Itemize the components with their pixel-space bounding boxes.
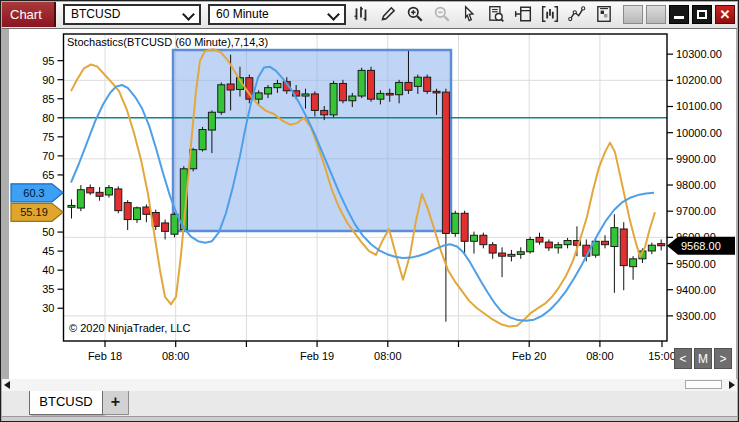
candle-up	[555, 245, 562, 248]
svg-text:85: 85	[42, 93, 54, 105]
stoch-d-marker: 60.3	[11, 184, 63, 202]
candle-up	[396, 82, 403, 94]
svg-text:Feb 19: Feb 19	[300, 350, 334, 362]
svg-text:9500.00: 9500.00	[676, 258, 716, 270]
candle-up	[134, 208, 141, 220]
candle-down	[489, 245, 496, 253]
candle-down	[424, 77, 431, 91]
candle-up	[414, 77, 421, 86]
svg-text:30: 30	[42, 302, 54, 314]
candle-up	[255, 93, 262, 99]
candle-up	[265, 88, 272, 94]
candle-down	[658, 244, 665, 246]
candle-up	[508, 254, 515, 256]
scroll-left-button[interactable]: <	[674, 348, 692, 369]
candle-up	[302, 94, 309, 96]
scroll-right-button[interactable]: >	[714, 348, 732, 369]
candle-down	[143, 207, 150, 214]
copyright-label: © 2020 NinjaTrader, LLC	[69, 322, 190, 334]
candle-down	[536, 237, 543, 242]
candle-up	[630, 259, 637, 267]
candle-up	[358, 70, 365, 96]
svg-text:95: 95	[42, 55, 54, 67]
svg-text:60.3: 60.3	[23, 187, 44, 199]
scrollbar-left-arrow-icon[interactable]	[4, 381, 10, 389]
candle-down	[368, 70, 375, 99]
candle-down	[386, 93, 393, 95]
svg-text:9568.00: 9568.00	[681, 240, 721, 252]
candle-up	[68, 205, 75, 207]
candle-up	[208, 112, 215, 130]
chart-window: 95908580757065504540353010300.0010200.00…	[0, 0, 739, 422]
snap-mode-button[interactable]: M	[694, 348, 712, 369]
svg-text:08:00: 08:00	[374, 350, 402, 362]
candle-down	[115, 189, 122, 211]
svg-text:9800.00: 9800.00	[676, 179, 716, 191]
candle-down	[339, 83, 346, 100]
candle-up	[611, 228, 618, 247]
svg-text:9400.00: 9400.00	[676, 284, 716, 296]
candle-down	[405, 82, 412, 90]
candle-up	[527, 239, 534, 251]
candle-down	[321, 110, 328, 114]
candle-up	[648, 245, 655, 251]
svg-text:10200.00: 10200.00	[676, 74, 722, 86]
candle-down	[602, 241, 609, 244]
candle-down	[96, 192, 103, 196]
svg-text:9900.00: 9900.00	[676, 153, 716, 165]
candle-down	[480, 235, 487, 244]
stoch-k-marker: 55.19	[11, 203, 63, 221]
svg-text:15:00: 15:00	[648, 350, 676, 362]
candle-up	[105, 188, 112, 195]
candle-up	[470, 235, 477, 241]
svg-text:9300.00: 9300.00	[676, 310, 716, 322]
svg-text:10000.00: 10000.00	[676, 127, 722, 139]
candle-up	[171, 214, 178, 234]
candle-down	[162, 223, 169, 231]
svg-text:08:00: 08:00	[586, 350, 614, 362]
svg-text:35: 35	[42, 283, 54, 295]
chart-nav-buttons: < M >	[674, 348, 732, 369]
svg-text:50: 50	[42, 226, 54, 238]
candle-up	[564, 240, 571, 244]
candle-down	[124, 203, 131, 220]
candle-up	[349, 96, 356, 101]
candle-down	[227, 84, 234, 90]
svg-text:Stochastics(BTCUSD (60 Minute): Stochastics(BTCUSD (60 Minute),7,14,3)	[67, 36, 268, 48]
svg-text:55.19: 55.19	[20, 206, 48, 218]
svg-text:45: 45	[42, 245, 54, 257]
svg-text:40: 40	[42, 264, 54, 276]
svg-text:Feb 18: Feb 18	[88, 350, 122, 362]
svg-text:65: 65	[42, 169, 54, 181]
svg-text:Feb 20: Feb 20	[512, 350, 546, 362]
candle-down	[311, 94, 318, 110]
svg-text:© 2020 NinjaTrader, LLC: © 2020 NinjaTrader, LLC	[69, 322, 190, 334]
tab-btcusd[interactable]: BTCUSD	[29, 391, 103, 415]
candle-up	[452, 213, 459, 233]
svg-text:10300.00: 10300.00	[676, 48, 722, 60]
last-price-marker: 9568.00	[667, 237, 735, 255]
time-axis: Feb 1808:00Feb 1908:00Feb 2008:0015:00	[88, 341, 676, 362]
indicator-label: Stochastics(BTCUSD (60 Minute),7,14,3)	[67, 36, 268, 48]
svg-text:08:00: 08:00	[162, 350, 190, 362]
candle-up	[218, 85, 225, 112]
price-axis: 10300.0010200.0010100.0010000.009900.009…	[667, 48, 722, 322]
highlight-region	[173, 50, 451, 231]
candle-down	[461, 213, 468, 241]
candle-down	[620, 229, 627, 266]
svg-text:10100.00: 10100.00	[676, 100, 722, 112]
candle-up	[517, 252, 524, 255]
scrollbar-thumb[interactable]	[685, 380, 722, 389]
horizontal-scrollbar[interactable]	[2, 379, 737, 391]
svg-text:9700.00: 9700.00	[676, 205, 716, 217]
candle-up	[330, 83, 337, 114]
candle-down	[545, 242, 552, 248]
candle-up	[377, 93, 384, 99]
add-tab-button[interactable]: +	[103, 391, 129, 415]
candle-up	[274, 83, 281, 87]
svg-text:70: 70	[42, 150, 54, 162]
chart-canvas[interactable]: 95908580757065504540353010300.0010200.00…	[1, 1, 739, 422]
candle-up	[77, 190, 84, 208]
scrollbar-right-arrow-icon[interactable]	[729, 381, 735, 389]
svg-text:75: 75	[42, 131, 54, 143]
